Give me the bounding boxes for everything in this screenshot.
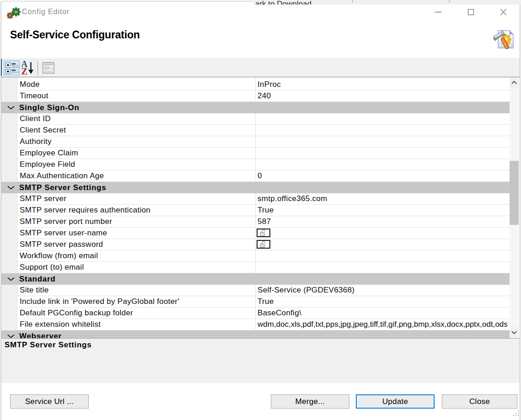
svg-text:Z: Z	[21, 66, 27, 75]
